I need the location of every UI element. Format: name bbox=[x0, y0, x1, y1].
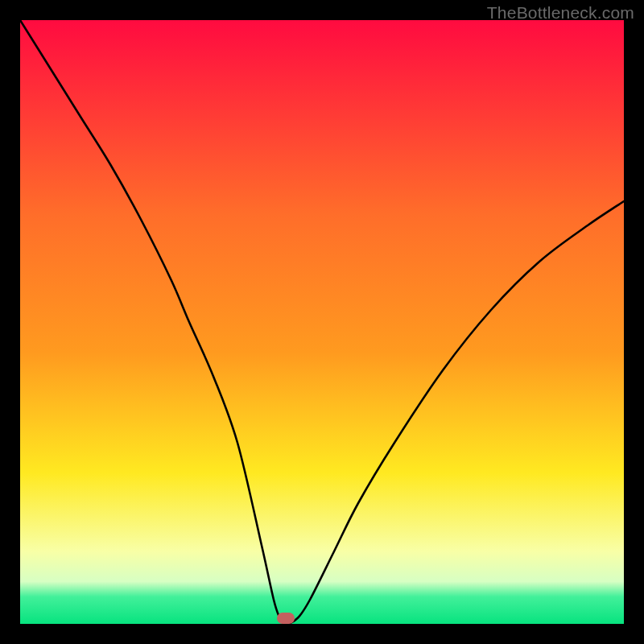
watermark-text: TheBottleneck.com bbox=[487, 3, 634, 23]
chart-frame: TheBottleneck.com bbox=[0, 0, 644, 644]
plot-area bbox=[20, 20, 624, 624]
gradient-background bbox=[20, 20, 624, 624]
chart-svg bbox=[20, 20, 624, 624]
minimum-marker bbox=[277, 613, 295, 624]
